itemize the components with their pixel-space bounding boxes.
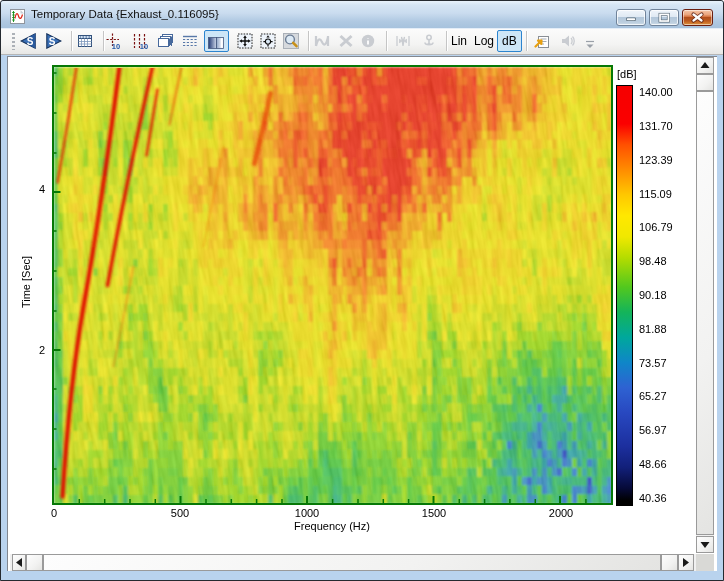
svg-text:S: S xyxy=(49,36,56,47)
svg-text:10: 10 xyxy=(112,42,120,50)
svg-text:10: 10 xyxy=(140,42,148,50)
svg-text:S: S xyxy=(27,36,34,47)
